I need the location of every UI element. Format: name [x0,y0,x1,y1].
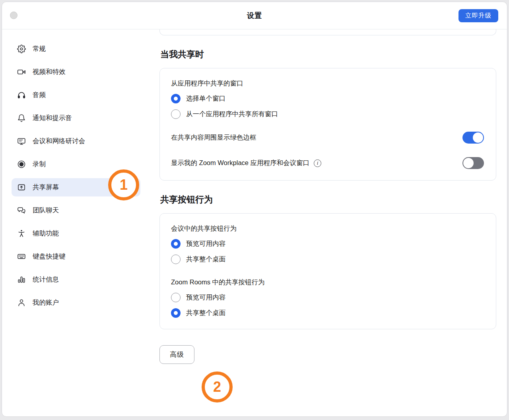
headphones-icon [17,91,26,99]
radio-selected-icon[interactable] [171,308,181,318]
chat-icon [17,206,26,215]
webinar-monitor-icon [17,137,26,146]
radio-option-label: 从一个应用程序中共享所有窗口 [186,110,278,119]
show-zoom-windows-text: 显示我的 Zoom Workplace 应用程序和会议窗口 [171,159,309,167]
show-zoom-windows-toggle[interactable] [462,157,484,169]
keyboard-icon [17,252,26,261]
share-button-behavior-card: 会议中的共享按钮行为 预览可用内容 共享整个桌面 Zoom Rooms 中的共享… [159,213,496,329]
green-border-label: 在共享内容周围显示绿色边框 [171,133,256,142]
record-icon [17,160,26,169]
annotation-step-1-badge: 1 [108,169,139,200]
sidebar-item-label: 音频 [33,91,46,99]
settings-content: 当我共享时 从应用程序中共享的窗口 选择单个窗口 从一个应用程序中共享所有窗口 … [150,29,507,416]
settings-window: 设置 立即升级 常规 视频和特效 音频 [2,2,507,417]
green-border-setting-row: 在共享内容周围显示绿色边框 [171,132,484,144]
radio-selected-icon[interactable] [171,239,181,249]
sidebar-item-label: 录制 [33,160,46,169]
sidebar-item-general[interactable]: 常规 [12,40,140,58]
radio-option-label: 共享整个桌面 [186,309,225,317]
window-control-button[interactable] [10,12,17,19]
sidebar-item-video[interactable]: 视频和特效 [12,63,140,81]
radio-option-all-windows[interactable]: 从一个应用程序中共享所有窗口 [171,109,484,119]
advanced-row: 高级 [159,345,496,364]
sidebar-item-notifications[interactable]: 通知和提示音 [12,109,140,127]
share-screen-icon [17,183,26,192]
sidebar-item-label: 团队聊天 [33,206,59,215]
upgrade-now-button[interactable]: 立即升级 [458,9,498,22]
accessibility-icon [17,229,26,238]
title-bar: 设置 立即升级 [2,2,507,29]
sidebar-item-statistics[interactable]: 统计信息 [12,270,140,289]
meeting-share-group-label: 会议中的共享按钮行为 [171,224,484,233]
radio-option-label: 预览可用内容 [186,239,225,248]
radio-option-rooms-entire-desktop[interactable]: 共享整个桌面 [171,308,484,318]
sidebar-item-audio[interactable]: 音频 [12,86,140,104]
sidebar-item-label: 键盘快捷键 [33,252,66,261]
shared-window-group-label: 从应用程序中共享的窗口 [171,78,484,88]
radio-option-label: 预览可用内容 [186,293,225,302]
radio-option-label: 共享整个桌面 [186,255,225,264]
sidebar-item-label: 常规 [33,45,46,53]
sidebar-item-team-chat[interactable]: 团队聊天 [12,201,140,220]
toggle-knob [463,158,474,168]
sidebar-item-meetings-webinars[interactable]: 会议和网络研讨会 [12,132,140,150]
toggle-knob [473,132,483,143]
previous-card-bottom [159,29,496,35]
advanced-button[interactable]: 高级 [159,345,194,364]
radio-option-label: 选择单个窗口 [186,94,225,103]
sidebar-item-keyboard-shortcuts[interactable]: 键盘快捷键 [12,247,140,266]
sidebar-item-my-account[interactable]: 我的账户 [12,294,140,312]
bell-icon [17,114,26,122]
sidebar-item-label: 我的账户 [33,298,59,307]
settings-sidebar: 常规 视频和特效 音频 通知和提示音 [2,29,150,416]
video-camera-icon [17,68,26,76]
sidebar-item-label: 通知和提示音 [33,114,72,122]
radio-unselected-icon[interactable] [171,293,181,302]
sidebar-item-label: 会议和网络研讨会 [33,137,85,146]
radio-option-single-window[interactable]: 选择单个窗口 [171,94,484,103]
sidebar-item-label: 共享屏幕 [33,183,59,192]
stats-icon [17,275,26,284]
show-zoom-windows-label: 显示我的 Zoom Workplace 应用程序和会议窗口 i [171,159,321,167]
sidebar-item-label: 统计信息 [33,275,59,284]
sidebar-item-label: 辅助功能 [33,229,59,238]
radio-unselected-icon[interactable] [171,109,181,119]
when-i-share-card: 从应用程序中共享的窗口 选择单个窗口 从一个应用程序中共享所有窗口 在共享内容周… [159,68,496,181]
section-heading-when-i-share: 当我共享时 [160,49,496,60]
radio-option-rooms-preview[interactable]: 预览可用内容 [171,293,484,302]
gear-icon [17,45,26,53]
radio-unselected-icon[interactable] [171,255,181,264]
info-icon[interactable]: i [314,159,321,167]
page-title: 设置 [247,11,262,20]
zoom-rooms-share-group-label: Zoom Rooms 中的共享按钮行为 [171,277,484,287]
section-heading-share-button-behavior: 共享按钮行为 [160,194,496,206]
radio-option-meeting-entire-desktop[interactable]: 共享整个桌面 [171,255,484,264]
sidebar-item-accessibility[interactable]: 辅助功能 [12,224,140,243]
show-zoom-windows-setting-row: 显示我的 Zoom Workplace 应用程序和会议窗口 i [171,157,484,169]
radio-selected-icon[interactable] [171,94,181,103]
sidebar-item-label: 视频和特效 [33,68,66,76]
radio-option-meeting-preview[interactable]: 预览可用内容 [171,239,484,249]
account-icon [17,298,26,307]
green-border-toggle[interactable] [462,132,484,144]
annotation-step-2-badge: 2 [202,371,233,402]
